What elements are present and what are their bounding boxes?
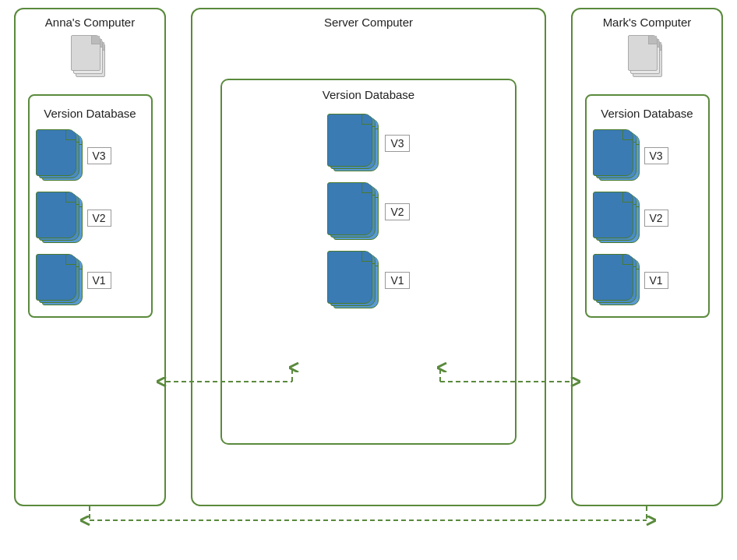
mark-doc-icon <box>628 35 667 82</box>
server-label-v2: V2 <box>385 203 409 220</box>
mark-stack-v3 <box>593 129 641 182</box>
anna-label-v1: V1 <box>87 272 111 289</box>
anna-stack-v1 <box>36 254 84 307</box>
server-version-v3: V3 <box>327 114 409 173</box>
anna-title: Anna's Computer <box>41 9 139 32</box>
server-label-v1: V1 <box>385 272 409 289</box>
anna-doc-icon <box>71 35 110 82</box>
mark-stack-v1 <box>593 254 641 307</box>
mark-stack-v2 <box>593 192 641 245</box>
mark-version-v1: V1 <box>593 254 668 307</box>
server-stack-v1 <box>327 251 382 310</box>
mark-version-v3: V3 <box>593 129 668 182</box>
mark-version-v2: V2 <box>593 192 668 245</box>
anna-computer-box: Anna's Computer Version Database V3 <box>14 8 166 506</box>
anna-version-db-box: Version Database V3 <box>28 94 153 318</box>
anna-stack-v2 <box>36 192 84 245</box>
server-stack-v2 <box>327 182 382 241</box>
mark-label-v3: V3 <box>644 147 668 164</box>
server-title: Server Computer <box>319 9 418 32</box>
server-label-v3: V3 <box>385 135 409 152</box>
anna-stack-v3 <box>36 129 84 182</box>
mark-db-label: Version Database <box>593 107 702 120</box>
anna-version-v3: V3 <box>36 129 111 182</box>
anna-version-v2: V2 <box>36 192 111 245</box>
server-inner-box: Version Database V3 V2 <box>220 79 517 445</box>
mark-version-db-box: Version Database V3 <box>585 94 710 318</box>
server-computer-box: Server Computer Version Database V3 <box>191 8 546 506</box>
diagram: Anna's Computer Version Database V3 <box>0 0 737 560</box>
server-version-v2: V2 <box>327 182 409 241</box>
mark-title: Mark's Computer <box>598 9 696 32</box>
server-stack-v3 <box>327 114 382 173</box>
mark-label-v2: V2 <box>644 210 668 227</box>
server-version-v1: V1 <box>327 251 409 310</box>
anna-version-v1: V1 <box>36 254 111 307</box>
anna-label-v2: V2 <box>87 210 111 227</box>
mark-computer-box: Mark's Computer Version Database V3 <box>571 8 723 506</box>
anna-label-v3: V3 <box>87 147 111 164</box>
anna-db-label: Version Database <box>36 107 145 120</box>
server-db-label: Version Database <box>323 88 414 101</box>
mark-label-v1: V1 <box>644 272 668 289</box>
